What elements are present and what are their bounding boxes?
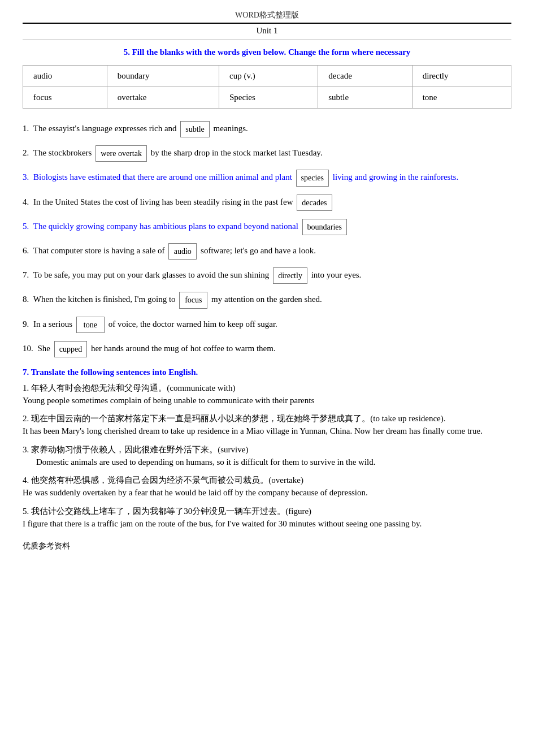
sentence-line: 9. In a serious tone of voice, the docto…	[23, 317, 511, 333]
word-cell: directly	[412, 66, 511, 87]
translate-num: 2.	[23, 414, 29, 423]
sentence-before: That computer store is having a sale of	[31, 246, 167, 255]
translate-num-line: 4.他突然有种恐惧感，觉得自己会因为经济不景气而被公司裁员。(overtake)	[23, 475, 511, 486]
word-cell: Species	[219, 87, 318, 109]
translate-section: 1.年轻人有时会抱怨无法和父母沟通。(communicate with)Youn…	[23, 383, 511, 532]
word-table: audioboundarycup (v.)decadedirectlyfocus…	[23, 65, 511, 109]
section1-title: 5. Fill the blanks with the words given …	[23, 47, 511, 57]
word-cell: overtake	[107, 87, 219, 109]
answer-box: were overtak	[95, 145, 147, 162]
translate-english: He was suddenly overtaken by a fear that…	[23, 486, 511, 500]
sentence-line: 8. When the kitchen is finished, I'm goi…	[23, 292, 511, 308]
sentence-num: 1.	[23, 124, 29, 133]
sentence-num: 2.	[23, 148, 29, 157]
translate-num: 3.	[23, 445, 29, 454]
sentence-before: In the United States the cost of living …	[31, 197, 295, 206]
answer-box: audio	[168, 243, 197, 260]
translate-item: 3.家养动物习惯于依赖人，因此很难在野外活下来。(survive)Domesti…	[23, 444, 511, 470]
translate-english: Young people sometimes complain of being…	[23, 394, 511, 408]
sentence-line: 1. The essayist's language expresses ric…	[23, 121, 511, 137]
sentence-line: 10. She cupped her hands around the mug …	[23, 341, 511, 357]
answer-box: species	[296, 170, 329, 186]
sentence-after: living and growing in the rainforests.	[331, 172, 458, 182]
translate-item: 4.他突然有种恐惧感，觉得自己会因为经济不景气而被公司裁员。(overtake)…	[23, 475, 511, 500]
answer-box: subtle	[180, 121, 209, 137]
sentence-before: In a serious	[31, 319, 75, 329]
translate-item: 1.年轻人有时会抱怨无法和父母沟通。(communicate with)Youn…	[23, 383, 511, 408]
translate-item: 5.我估计公交路线上堵车了，因为我都等了30分钟没见一辆车开过去。(figure…	[23, 506, 511, 532]
sentence-before: The essayist's language expresses rich a…	[31, 124, 179, 133]
sentence-num: 3.	[23, 172, 29, 182]
translate-english: Domestic animals are used to depending o…	[36, 455, 511, 470]
sentence-before: She	[36, 344, 53, 353]
word-cell: audio	[23, 66, 107, 87]
sentence-line: 6. That computer store is having a sale …	[23, 243, 511, 260]
translate-num-line: 1.年轻人有时会抱怨无法和父母沟通。(communicate with)	[23, 383, 511, 394]
translate-num: 1.	[23, 383, 29, 392]
sentence-num: 6.	[23, 246, 29, 255]
answer-box: directly	[273, 267, 307, 284]
sentence-after: software; let's go and have a look.	[198, 246, 316, 255]
translate-item: 2.现在中国云南的一个苗家村落定下来一直是玛丽从小以来的梦想，现在她终于梦想成真…	[23, 413, 511, 439]
translate-chinese: 家养动物习惯于依赖人，因此很难在野外活下来。(survive)	[31, 445, 248, 454]
word-format-label: WORD格式整理版	[23, 10, 511, 24]
unit-label: Unit 1	[23, 26, 511, 40]
sentence-num: 5.	[23, 222, 29, 231]
answer-box: cupped	[54, 341, 87, 357]
sentence-before: The stockbrokers	[31, 148, 94, 157]
word-cell: focus	[23, 87, 107, 109]
sentence-after: my attention on the garden shed.	[209, 295, 322, 304]
sentence-line: 2. The stockbrokers were overtak by the …	[23, 145, 511, 162]
translate-num: 4.	[23, 476, 29, 485]
sentence-after: into your eyes.	[309, 270, 361, 279]
sentence-after: meanings.	[211, 124, 248, 133]
sentence-num: 10.	[23, 344, 33, 353]
translate-chinese: 年轻人有时会抱怨无法和父母沟通。(communicate with)	[31, 383, 235, 392]
translate-chinese: 我估计公交路线上堵车了，因为我都等了30分钟没见一辆车开过去。(figure)	[31, 507, 311, 516]
sentence-line: 5. The quickly growing company has ambit…	[23, 219, 511, 235]
word-cell: boundary	[107, 66, 219, 87]
answer-box: decades	[297, 195, 332, 211]
sentence-line: 7. To be safe, you may put on your dark …	[23, 267, 511, 284]
word-cell: decade	[318, 66, 412, 87]
answer-box: boundaries	[302, 219, 347, 235]
word-cell: tone	[412, 87, 511, 109]
sentence-num: 4.	[23, 197, 29, 206]
translate-num-line: 5.我估计公交路线上堵车了，因为我都等了30分钟没见一辆车开过去。(figure…	[23, 506, 511, 517]
translate-chinese: 他突然有种恐惧感，觉得自己会因为经济不景气而被公司裁员。(overtake)	[31, 476, 303, 485]
sentence-before: To be safe, you may put on your dark gla…	[31, 270, 271, 279]
word-cell: subtle	[318, 87, 412, 109]
sentence-after: her hands around the mug of hot coffee t…	[89, 344, 275, 353]
sentence-after: by the sharp drop in the stock market la…	[149, 148, 323, 157]
translate-num-line: 3.家养动物习惯于依赖人，因此很难在野外活下来。(survive)	[23, 444, 511, 455]
footer-label: 优质参考资料	[23, 541, 511, 551]
sentence-after: of voice, the doctor warned him to keep …	[106, 319, 277, 329]
translate-num: 5.	[23, 507, 29, 516]
sentence-num: 9.	[23, 319, 29, 329]
sentences-section: 1. The essayist's language expresses ric…	[23, 121, 511, 357]
translate-english: It has been Mary's long cherished dream …	[23, 424, 511, 439]
answer-box: focus	[179, 292, 207, 308]
sentence-before: The quickly growing company has ambitiou…	[31, 222, 300, 231]
sentence-before: When the kitchen is finished, I'm going …	[31, 295, 177, 304]
translate-english: I figure that there is a traffic jam on …	[23, 517, 511, 532]
sentence-num: 8.	[23, 295, 29, 304]
translate-num-line: 2.现在中国云南的一个苗家村落定下来一直是玛丽从小以来的梦想，现在她终于梦想成真…	[23, 413, 511, 424]
word-cell: cup (v.)	[219, 66, 318, 87]
sentence-before: Biologists have estimated that there are…	[31, 172, 294, 182]
answer-box: tone	[76, 317, 105, 333]
section2-title: 7. Translate the following sentences int…	[23, 368, 511, 377]
translate-chinese: 现在中国云南的一个苗家村落定下来一直是玛丽从小以来的梦想，现在她终于梦想成真了。…	[31, 414, 445, 423]
sentence-line: 3. Biologists have estimated that there …	[23, 170, 511, 186]
sentence-num: 7.	[23, 270, 29, 279]
sentence-line: 4. In the United States the cost of livi…	[23, 195, 511, 211]
